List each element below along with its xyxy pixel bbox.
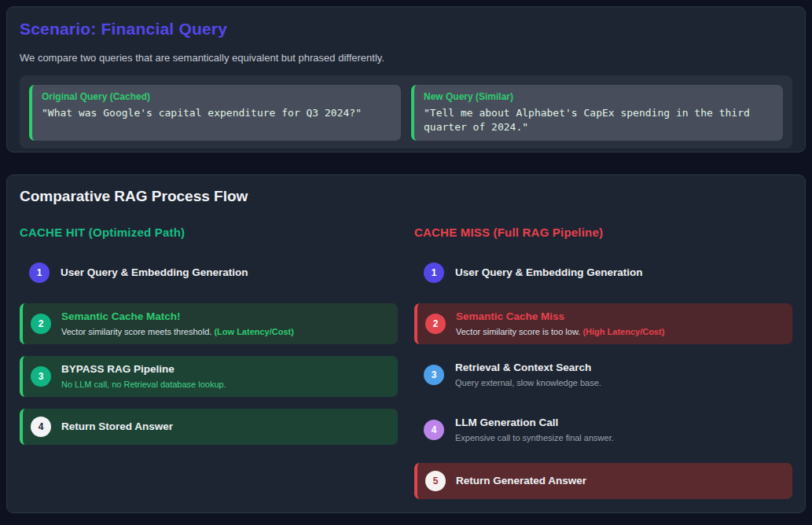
cache-miss-column: CACHE MISS (Full RAG Pipeline) 1 User Qu… — [414, 226, 792, 499]
hit-step-4-card: 4 Return Stored Answer — [20, 409, 398, 445]
step-title: Return Stored Answer — [61, 420, 173, 433]
step-subtitle: No LLM call, no Retrieval database looku… — [61, 380, 226, 390]
step-subtitle: Query external, slow knowledge base. — [455, 378, 601, 388]
query-label-new: New Query (Similar) — [424, 91, 773, 102]
query-comparison-container: Original Query (Cached) "What was Google… — [20, 75, 792, 149]
cache-hit-column: CACHE HIT (Optimized Path) 1 User Query … — [20, 226, 398, 499]
step-number-badge: 1 — [29, 262, 50, 283]
step-title: Semantic Cache Match! — [61, 310, 294, 323]
query-text-new: "Tell me about Alphabet's CapEx spending… — [424, 106, 773, 134]
step-text: LLM Generation Call Expensive call to sy… — [455, 417, 614, 442]
miss-step-5-card: 5 Return Generated Answer — [414, 463, 792, 499]
step-title: BYPASS RAG Pipeline — [61, 363, 226, 376]
step-subtitle-highlight: (Low Latency/Cost) — [214, 327, 293, 336]
step-subtitle: Vector similarity score is too low. (Hig… — [456, 327, 664, 337]
scenario-description: We compare two queries that are semantic… — [20, 52, 792, 64]
step-number-badge: 2 — [31, 314, 51, 334]
step-subtitle: Expensive call to synthesize final answe… — [455, 433, 614, 443]
step-subtitle: Vector similarity score meets threshold.… — [61, 327, 294, 337]
step-title: LLM Generation Call — [455, 417, 614, 429]
step-title: User Query & Embedding Generation — [61, 266, 248, 279]
step-number-badge: 3 — [31, 366, 51, 387]
step-number-badge: 3 — [424, 365, 444, 385]
step-text: Semantic Cache Match! Vector similarity … — [61, 310, 294, 336]
cache-hit-header: CACHE HIT (Optimized Path) — [20, 226, 398, 239]
step-number-badge: 4 — [424, 420, 444, 440]
cache-miss-header: CACHE MISS (Full RAG Pipeline) — [414, 226, 792, 239]
miss-step-2-card: 2 Semantic Cache Miss Vector similarity … — [414, 303, 792, 344]
step-text: Retrieval & Context Search Query externa… — [455, 362, 601, 387]
step-title: Return Generated Answer — [456, 475, 586, 487]
step-text: BYPASS RAG Pipeline No LLM call, no Retr… — [61, 363, 226, 389]
flow-columns: CACHE HIT (Optimized Path) 1 User Query … — [20, 226, 792, 499]
miss-step-3: 3 Retrieval & Context Search Query exter… — [414, 362, 792, 388]
hit-step-3-card: 3 BYPASS RAG Pipeline No LLM call, no Re… — [20, 356, 398, 397]
query-text-original: "What was Google's capital expenditure f… — [42, 106, 391, 120]
step-subtitle-highlight: (High Latency/Cost) — [582, 327, 664, 336]
miss-step-1: 1 User Query & Embedding Generation — [414, 262, 792, 284]
miss-step-4: 4 LLM Generation Call Expensive call to … — [414, 417, 792, 443]
scenario-panel: Scenario: Financial Query We compare two… — [6, 6, 806, 152]
scenario-title: Scenario: Financial Query — [20, 20, 792, 39]
step-number-badge: 4 — [31, 417, 51, 437]
step-text: Semantic Cache Miss Vector similarity sc… — [456, 310, 664, 336]
step-number-badge: 2 — [425, 314, 446, 334]
query-card-new: New Query (Similar) "Tell me about Alpha… — [411, 85, 783, 141]
step-title: Retrieval & Context Search — [455, 362, 601, 374]
hit-step-1: 1 User Query & Embedding Generation — [20, 262, 398, 284]
flow-title: Comparative RAG Process Flow — [20, 188, 792, 205]
step-number-badge: 5 — [425, 471, 446, 491]
step-title: User Query & Embedding Generation — [455, 266, 643, 279]
hit-step-2-card: 2 Semantic Cache Match! Vector similarit… — [20, 303, 398, 344]
query-label-original: Original Query (Cached) — [42, 91, 391, 102]
step-subtitle-text: Vector similarity score meets threshold. — [61, 327, 211, 336]
step-subtitle-text: Vector similarity score is too low. — [456, 327, 580, 336]
step-title: Semantic Cache Miss — [456, 310, 664, 323]
step-number-badge: 1 — [424, 262, 444, 283]
rag-flow-panel: Comparative RAG Process Flow CACHE HIT (… — [6, 174, 806, 513]
query-card-original: Original Query (Cached) "What was Google… — [29, 85, 401, 141]
